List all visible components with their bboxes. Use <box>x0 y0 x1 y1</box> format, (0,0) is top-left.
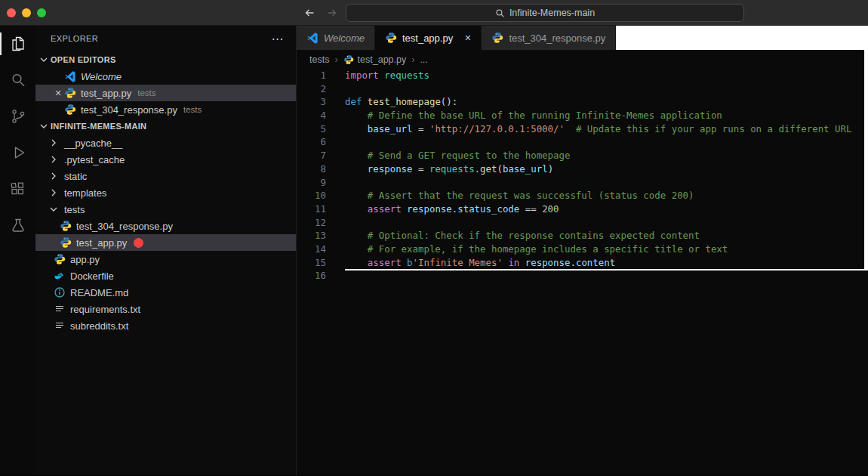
python-icon <box>491 32 503 44</box>
breadcrumb: tests›test_app.py›... <box>297 50 868 69</box>
command-center-text: Infinite-Memes-main <box>509 8 595 18</box>
chevron-right-icon <box>48 170 60 182</box>
line-number: 8 <box>297 162 331 176</box>
tree-item-templates[interactable]: templates <box>35 184 296 201</box>
code-line: 9 <box>297 176 868 190</box>
code-line: 5 base_url = 'http://127.0.0.1:5000/' # … <box>297 122 868 136</box>
activitybar-extensions-icon[interactable] <box>0 171 35 207</box>
tree-item-tests[interactable]: tests <box>35 201 296 218</box>
line-number: 2 <box>297 82 331 96</box>
code-line: 4 # Define the base URL of the running I… <box>297 109 868 122</box>
tree-item-Dockerfile[interactable]: Dockerfile <box>35 267 296 284</box>
line-number: 4 <box>297 109 331 122</box>
tree-item-README.md[interactable]: README.md <box>35 284 296 301</box>
more-actions-icon[interactable]: ⋯ <box>272 32 284 46</box>
line-number: 6 <box>297 135 331 149</box>
tab-Welcome[interactable]: Welcome <box>297 26 375 50</box>
activitybar-explorer-icon[interactable] <box>0 26 35 62</box>
code-line: 8 response = requests.get(base_url) <box>297 162 868 176</box>
python-icon <box>60 220 72 232</box>
code-line: 12 <box>297 216 868 230</box>
tree-item-test_app.py[interactable]: test_app.py <box>35 234 296 251</box>
python-icon <box>60 236 72 249</box>
activitybar-source-control-icon[interactable] <box>0 98 35 134</box>
history-back-icon[interactable] <box>303 0 315 25</box>
tree-item-static[interactable]: static <box>35 168 296 184</box>
open-editor-item[interactable]: ✕test_app.pytests <box>35 85 296 101</box>
line-number: 7 <box>297 149 331 162</box>
code-editor[interactable]: 1import requests23def test_homepage():4 … <box>297 69 868 283</box>
python-icon <box>64 87 76 99</box>
python-icon <box>385 32 397 44</box>
activity-bar <box>0 26 35 475</box>
line-number: 5 <box>297 122 331 136</box>
code-line: 6 <box>297 135 868 149</box>
maximize-window-button[interactable] <box>37 8 46 17</box>
tab-bar: Welcometest_app.py✕test_304_response.py <box>297 26 868 50</box>
sidebar-title: EXPLORER <box>51 34 98 43</box>
tab-test_304_response.py[interactable]: test_304_response.py <box>482 26 616 50</box>
close-window-button[interactable] <box>7 8 16 17</box>
close-editor-icon[interactable]: ✕ <box>52 88 64 98</box>
command-center-search[interactable]: Infinite-Memes-main <box>346 4 744 22</box>
code-line: 1import requests <box>297 69 868 82</box>
docker-icon <box>54 270 66 282</box>
close-tab-icon[interactable]: ✕ <box>464 33 471 43</box>
code-line: 13 # Optional: Check if the response con… <box>297 229 868 243</box>
open-editors-header[interactable]: OPEN EDITORS <box>35 51 296 68</box>
editor-bottom-line <box>345 269 868 270</box>
line-number: 16 <box>297 269 331 283</box>
line-number: 10 <box>297 189 331 202</box>
open-editor-item[interactable]: test_304_response.pytests <box>35 101 296 118</box>
chevron-right-icon <box>48 153 60 165</box>
chevron-down-icon <box>38 54 50 66</box>
breadcrumb-item[interactable]: test_app.py <box>343 54 407 65</box>
line-number: 11 <box>297 202 331 216</box>
textfile-icon <box>54 320 66 332</box>
sidebar-title-row: EXPLORER ⋯ <box>35 26 296 51</box>
tree-item-test_304_response.py[interactable]: test_304_response.py <box>35 218 296 234</box>
project-root-header[interactable]: INFINITE-MEMES-MAIN <box>35 118 296 134</box>
tree-item-app.py[interactable]: app.py <box>35 251 296 267</box>
tree-item-requirements.txt[interactable]: requirements.txt <box>35 301 296 317</box>
tree-item-__pycache__[interactable]: __pycache__ <box>35 134 296 151</box>
breadcrumb-item[interactable]: tests <box>309 54 329 65</box>
editor-area: Welcometest_app.py✕test_304_response.py … <box>297 26 868 475</box>
file-tree: __pycache__.pytest_cachestatictemplatest… <box>35 134 296 334</box>
red-dot-indicator <box>134 238 143 248</box>
line-number: 15 <box>297 256 331 270</box>
tab-test_app.py[interactable]: test_app.py✕ <box>375 26 482 50</box>
chevron-down-icon <box>38 120 50 132</box>
code-line: 15 assert b'Infinite Memes' in response.… <box>297 256 868 270</box>
chevron-down-icon <box>48 203 60 215</box>
line-number: 13 <box>297 229 331 243</box>
code-line: 3def test_homepage(): <box>297 95 868 109</box>
line-number: 9 <box>297 176 331 190</box>
chevron-right-icon <box>48 137 60 149</box>
python-icon <box>54 253 66 265</box>
python-icon <box>343 54 354 65</box>
info-icon <box>54 286 66 298</box>
python-icon <box>64 104 76 116</box>
line-number: 12 <box>297 216 331 230</box>
tree-item-subreddits.txt[interactable]: subreddits.txt <box>35 317 296 334</box>
editor-right-edge <box>864 50 868 270</box>
minimize-window-button[interactable] <box>22 8 31 17</box>
explorer-sidebar: EXPLORER ⋯ OPEN EDITORS Welcome✕test_app… <box>35 26 297 475</box>
activitybar-search-icon[interactable] <box>0 62 35 98</box>
breadcrumb-separator: › <box>411 54 414 65</box>
activitybar-testing-icon[interactable] <box>0 207 35 243</box>
activitybar-run-debug-icon[interactable] <box>0 134 35 171</box>
breadcrumb-separator: › <box>334 54 337 65</box>
breadcrumb-item[interactable]: ... <box>420 54 427 65</box>
open-editors-list: Welcome✕test_app.pyteststest_304_respons… <box>35 68 296 118</box>
history-forward-icon[interactable] <box>326 0 338 25</box>
vscode-icon <box>306 32 319 44</box>
code-line: 2 <box>297 82 868 96</box>
open-editor-item[interactable]: Welcome <box>35 68 296 85</box>
code-line: 14 # For example, if the homepage includ… <box>297 243 868 256</box>
line-number: 3 <box>297 95 331 109</box>
titlebar: Infinite-Memes-main <box>0 0 868 26</box>
code-line: 10 # Assert that the request was success… <box>297 189 868 202</box>
tree-item-.pytest_cache[interactable]: .pytest_cache <box>35 151 296 168</box>
